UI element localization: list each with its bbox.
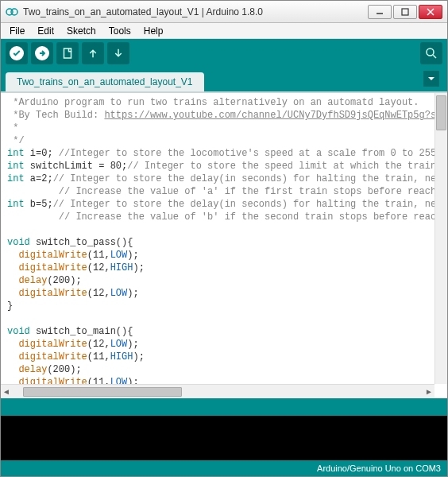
code-text: i=0; [25, 148, 59, 159]
function-call: digitalWrite [18, 339, 87, 350]
arrow-right-icon [35, 46, 49, 60]
open-button[interactable] [82, 42, 104, 64]
comment-line: // Integer to store the delay(in seconds… [53, 173, 434, 184]
code-text: (200); [47, 364, 81, 375]
constant: LOW [110, 250, 128, 261]
comment-line: //Integer to store the locomotive's spee… [59, 148, 434, 159]
code-text: (200); [47, 275, 81, 286]
code-text: ); [133, 351, 144, 363]
arrow-down-icon [111, 46, 126, 60]
keyword: int [7, 199, 25, 210]
scroll-thumb[interactable] [23, 387, 182, 397]
comment-link[interactable]: https://www.youtube.com/channel/UCNy7Dyf… [104, 110, 434, 121]
code-text: ); [127, 377, 138, 384]
arduino-logo-icon [6, 6, 18, 18]
toolbar [1, 39, 447, 68]
constant: HIGH [110, 351, 133, 363]
code-text: ); [127, 339, 138, 350]
tab-menu-button[interactable] [423, 71, 439, 87]
code-text: a=2; [25, 173, 53, 184]
code-text: } [7, 301, 13, 312]
statusbar: Arduino/Genuino Uno on COM3 [1, 460, 447, 476]
new-file-icon [60, 46, 75, 60]
maximize-icon [401, 8, 409, 16]
code-text: b=5; [25, 199, 53, 210]
verify-button[interactable] [6, 42, 28, 64]
function-call: delay [18, 275, 47, 286]
code-text: switchLimit = 80; [25, 161, 128, 172]
code-editor[interactable]: *Arduino program to run two trains alter… [1, 91, 447, 398]
constant: LOW [110, 377, 128, 384]
function-call: digitalWrite [18, 288, 87, 299]
svg-line-10 [433, 55, 436, 58]
menu-file[interactable]: File [4, 24, 30, 38]
chevron-down-icon [427, 74, 436, 83]
code-text: (11, [87, 351, 110, 363]
constant: LOW [110, 288, 128, 299]
board-status: Arduino/Genuino Uno on COM3 [317, 463, 441, 473]
vertical-scrollbar[interactable] [434, 93, 447, 384]
tabbar: Two_trains_on_an_automated_layout_V1 [1, 68, 447, 91]
code-text: (12, [87, 339, 110, 350]
comment-line: */ [7, 135, 25, 146]
serial-monitor-button[interactable] [420, 42, 442, 64]
titlebar[interactable]: Two_trains_on_an_automated_layout_V1 | A… [1, 1, 447, 23]
comment-line: *Arduino program to run two trains alter… [7, 97, 419, 108]
function-call: digitalWrite [18, 262, 87, 273]
menu-tools[interactable]: Tools [103, 24, 137, 38]
horizontal-scrollbar[interactable]: ◄ ► [1, 384, 434, 398]
close-icon [427, 8, 434, 16]
menu-edit[interactable]: Edit [32, 24, 60, 38]
maximize-button[interactable] [393, 5, 417, 19]
function-call: digitalWrite [18, 351, 87, 363]
keyword: void [7, 237, 30, 248]
scroll-right-arrow[interactable]: ► [423, 387, 434, 396]
arrow-up-icon [86, 46, 100, 60]
console[interactable] [1, 416, 447, 460]
magnifier-icon [424, 46, 438, 60]
function-call: digitalWrite [18, 377, 87, 384]
constant: LOW [110, 339, 128, 350]
menu-help[interactable]: Help [138, 24, 169, 38]
scroll-thumb[interactable] [436, 95, 446, 130]
code-text: (12, [87, 262, 110, 273]
code-content[interactable]: *Arduino program to run two trains alter… [1, 93, 434, 384]
code-text: (12, [87, 288, 110, 299]
constant: HIGH [110, 262, 133, 273]
comment-line: // Integer to store the speed limit at w… [127, 161, 434, 172]
tab-sketch[interactable]: Two_trains_on_an_automated_layout_V1 [6, 72, 204, 91]
svg-point-9 [427, 48, 434, 56]
comment-line: // Increase the value of 'b' if the seco… [7, 211, 434, 223]
keyword: int [7, 148, 25, 159]
message-area [1, 398, 447, 416]
code-text: ); [127, 288, 138, 299]
comment-line: // Integer to store the delay(in seconds… [53, 199, 434, 210]
comment-line: // Increase the value of 'a' if the firs… [7, 186, 434, 197]
code-text: ); [133, 262, 144, 273]
function-call: digitalWrite [18, 250, 87, 261]
window-title: Two_trains_on_an_automated_layout_V1 | A… [23, 6, 366, 17]
svg-rect-3 [402, 9, 408, 15]
new-button[interactable] [56, 42, 79, 64]
save-button[interactable] [107, 42, 129, 64]
code-text: ); [127, 250, 138, 261]
svg-rect-8 [64, 48, 71, 58]
code-text: switch_to_pass(){ [30, 237, 133, 248]
menu-sketch[interactable]: Sketch [61, 24, 102, 38]
keyword: int [7, 161, 25, 172]
window-controls [366, 5, 442, 19]
keyword: int [7, 173, 25, 184]
scroll-left-arrow[interactable]: ◄ [1, 387, 12, 396]
comment-line: *By Tech Build: [7, 110, 104, 121]
close-button[interactable] [419, 5, 442, 19]
function-call: delay [18, 364, 47, 375]
check-icon [10, 46, 24, 60]
code-text: (11, [87, 377, 110, 384]
app-window: Two_trains_on_an_automated_layout_V1 | A… [0, 0, 448, 477]
code-text: (11, [87, 250, 110, 261]
minimize-button[interactable] [368, 5, 392, 19]
comment-line: * [7, 122, 18, 134]
upload-button[interactable] [31, 42, 53, 64]
svg-point-1 [11, 9, 17, 15]
code-text: switch_to_main(){ [30, 326, 133, 337]
